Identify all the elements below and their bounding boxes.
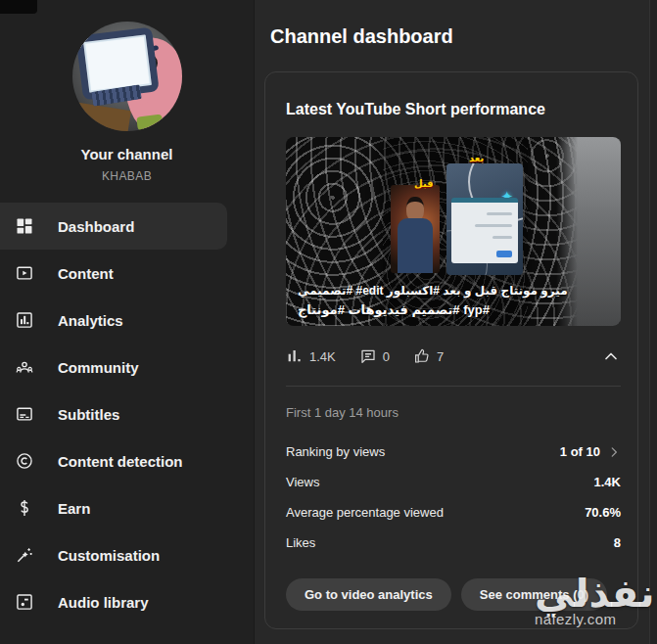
sidebar-item-label: Content detection <box>58 453 183 470</box>
subtitles-icon <box>15 404 34 424</box>
metrics-list: Ranking by views 1 of 10 Views 1.4K <box>286 437 621 558</box>
content-detection-icon <box>15 451 34 471</box>
dashboard-icon <box>15 216 34 236</box>
page-title: Channel dashboard <box>270 25 657 48</box>
channel-title[interactable]: Your channel <box>81 146 173 162</box>
card-actions: Go to video analytics See comments (0) <box>286 578 621 611</box>
channel-profile: Your channel KHABAB <box>0 0 254 183</box>
thumbs-up-icon <box>413 347 431 365</box>
sidebar-item-earn[interactable]: Earn <box>0 484 227 531</box>
main-content: Channel dashboard Latest YouTube Short p… <box>255 0 657 644</box>
after-label: بعد <box>469 153 484 163</box>
sidebar-nav: Dashboard Content <box>0 203 254 625</box>
sidebar-item-audio-library[interactable]: Audio library <box>0 578 227 625</box>
person-body-shape <box>398 218 433 273</box>
see-comments-button[interactable]: See comments (0) <box>461 578 607 611</box>
likes-value: 8 <box>614 535 621 550</box>
community-icon <box>15 357 34 377</box>
views-count: 1.4K <box>309 349 336 364</box>
sidebar-item-label: Audio library <box>58 594 149 611</box>
card-title: Latest YouTube Short performance <box>286 72 621 118</box>
comments-stat: 0 <box>359 347 390 365</box>
views-value: 1.4K <box>594 475 621 489</box>
sidebar: Your channel KHABAB Dashboard <box>0 0 255 644</box>
short-performance-card: Latest YouTube Short performance ✦ <box>264 71 638 629</box>
bar-chart-icon <box>286 347 304 365</box>
sidebar-item-community[interactable]: Community <box>0 344 227 391</box>
chevron-right-icon <box>607 445 621 459</box>
sidebar-item-content-detection[interactable]: Content detection <box>0 437 227 484</box>
sidebar-item-subtitles[interactable]: Subtitles <box>0 391 227 437</box>
earn-icon <box>15 498 34 518</box>
youtube-studio-window: Your channel KHABAB Dashboard <box>0 0 657 644</box>
avatar-desk-shape <box>72 101 131 131</box>
metric-likes: Likes 8 <box>286 528 621 558</box>
scrollbar-track[interactable] <box>649 0 657 644</box>
go-to-video-analytics-button[interactable]: Go to video analytics <box>286 578 451 611</box>
channel-handle: KHABAB <box>102 169 152 183</box>
channel-avatar[interactable] <box>72 22 182 131</box>
avatar-shorts-shape <box>136 114 164 130</box>
likes-stat: 7 <box>413 347 444 365</box>
sidebar-item-label: Community <box>58 359 139 376</box>
mock-button <box>496 251 512 257</box>
sidebar-item-label: Analytics <box>58 312 123 329</box>
thumbnail-caption: تصميمي# #edit ميرو مونتاج قبل و بعد #اكس… <box>298 282 611 320</box>
content-icon <box>15 263 34 283</box>
sidebar-item-label: Earn <box>58 500 90 517</box>
sidebar-item-label: Subtitles <box>58 406 119 423</box>
sidebar-item-label: Content <box>58 265 114 282</box>
before-clip-person <box>391 185 440 273</box>
collapse-card-button[interactable] <box>601 346 621 366</box>
comment-icon <box>359 347 377 365</box>
sidebar-item-label: Dashboard <box>58 218 134 235</box>
audio-library-icon <box>15 592 34 612</box>
chevron-up-icon <box>601 346 621 366</box>
views-stat: 1.4K <box>286 347 336 365</box>
sidebar-item-customisation[interactable]: Customisation <box>0 531 227 578</box>
sidebar-item-content[interactable]: Content <box>0 250 227 297</box>
window-corner <box>0 0 37 14</box>
performance-period: First 1 day 14 hours <box>286 405 621 420</box>
sidebar-item-dashboard[interactable]: Dashboard <box>0 203 227 250</box>
caption-line-1: تصميمي# #edit ميرو مونتاج قبل و بعد #اكس… <box>298 282 611 300</box>
sidebar-item-label: Customisation <box>58 547 160 564</box>
comments-count: 0 <box>383 349 390 364</box>
app-window-mock <box>451 198 518 263</box>
short-thumbnail[interactable]: ✦ قبل بعد تصميمي# #edit ميرو مونتاج قبل … <box>286 137 621 326</box>
metric-ranking-by-views[interactable]: Ranking by views 1 of 10 <box>286 437 621 467</box>
before-label: قبل <box>414 178 434 189</box>
caption-line-2: #fyp #تصميم فيديوهات #مونتاج <box>298 300 611 320</box>
quick-stats-row: 1.4K 0 7 <box>286 346 621 366</box>
metric-views: Views 1.4K <box>286 467 621 497</box>
analytics-icon <box>15 310 34 330</box>
ranking-value: 1 of 10 <box>560 444 600 459</box>
after-clip-screen: ✦ <box>446 163 523 275</box>
avg-percentage-value: 70.6% <box>585 505 621 520</box>
likes-count: 7 <box>437 349 444 364</box>
customisation-icon <box>15 545 34 565</box>
card-divider <box>286 386 621 387</box>
sidebar-item-analytics[interactable]: Analytics <box>0 297 227 344</box>
metric-average-percentage-viewed: Average percentage viewed 70.6% <box>286 497 621 528</box>
